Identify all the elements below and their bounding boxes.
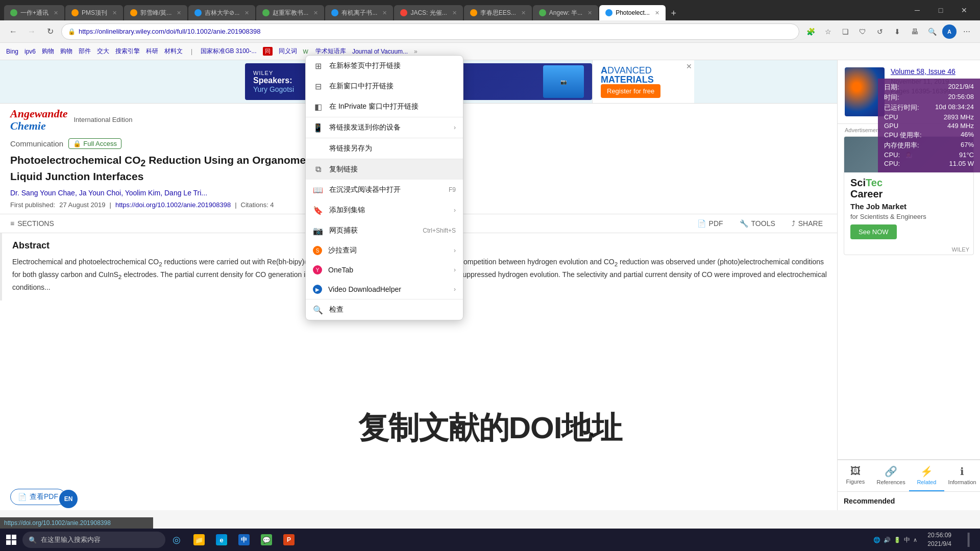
ctx-onetab[interactable]: Y OneTab › xyxy=(306,260,463,280)
start-button[interactable] xyxy=(0,529,22,551)
new-tab-button[interactable]: + xyxy=(667,6,681,20)
doi-link[interactable]: https://doi.org/10.1002/anie.201908398 xyxy=(115,201,231,209)
tab-1[interactable]: 一作+通讯 ✕ xyxy=(4,5,64,20)
tab-3[interactable]: 郭雪峰/莫... ✕ xyxy=(124,5,187,20)
bookmark-tongyi[interactable]: 同义词 xyxy=(279,47,297,56)
tab-9-close[interactable]: ✕ xyxy=(587,10,592,16)
taskbar-powerpoint[interactable]: P xyxy=(278,529,300,551)
taskbar-cortana[interactable]: ◎ xyxy=(165,529,188,551)
tab-6[interactable]: 有机离子书... ✕ xyxy=(325,5,393,20)
bookmark-material[interactable]: 材料文 xyxy=(164,47,183,56)
taskbar-network-icon[interactable]: 🌐 xyxy=(873,537,880,543)
extensions-icon[interactable]: 🧩 xyxy=(803,24,818,39)
taskbar-edge[interactable]: e xyxy=(210,529,233,551)
bookmark-phrase[interactable]: 学术短语库 xyxy=(315,47,346,56)
taskbar-file-explorer[interactable]: 📁 xyxy=(188,529,210,551)
pdf-button[interactable]: 📄 PDF xyxy=(693,217,727,230)
taskbar-more-icon[interactable]: ∧ xyxy=(913,537,917,543)
bookmark-ipv6[interactable]: ipv6 xyxy=(24,48,36,55)
register-free-button[interactable]: Register for free xyxy=(601,84,660,98)
tab-7[interactable]: JACS: 光催... ✕ xyxy=(394,5,462,20)
tab-7-close[interactable]: ✕ xyxy=(452,10,457,16)
ctx-send-device[interactable]: 📱 将链接发送到你的设备 › xyxy=(306,117,463,138)
tab-8-close[interactable]: ✕ xyxy=(521,10,526,16)
tab-3-close[interactable]: ✕ xyxy=(177,10,181,16)
tab-figures[interactable]: 🖼 Figures xyxy=(838,460,873,491)
refresh-page-icon[interactable]: ↺ xyxy=(873,24,887,39)
title-bar: 一作+通讯 ✕ PMS顶刊 ✕ 郭雪峰/莫... ✕ 吉林大学⊘... ✕ xyxy=(0,0,980,20)
bookmark-journal-vacuum[interactable]: Journal of Vacuum... xyxy=(352,48,408,55)
taskbar-battery-icon[interactable]: 🔋 xyxy=(894,537,901,543)
see-now-button[interactable]: See NOW xyxy=(850,224,897,239)
ctx-save-link[interactable]: 将链接另存为 xyxy=(306,138,463,159)
related-icon: ⚡ xyxy=(920,465,933,478)
bookmark-search-engine[interactable]: 搜索引擎 xyxy=(115,47,140,56)
ad-speaker-photo: 📷 xyxy=(543,65,584,98)
address-bar[interactable]: 🔒 https://onlinelibrary.wiley.com/doi/fu… xyxy=(61,23,799,40)
tab-4-close[interactable]: ✕ xyxy=(244,10,249,16)
print-icon[interactable]: 🖶 xyxy=(908,24,922,39)
tab-1-close[interactable]: ✕ xyxy=(54,10,58,16)
bookmark-parts[interactable]: 部件 xyxy=(79,47,91,56)
sections-button[interactable]: ≡ SECTIONS xyxy=(10,219,54,228)
tab-6-close[interactable]: ✕ xyxy=(382,10,387,16)
tab-5[interactable]: 赵重军教书... ✕ xyxy=(256,5,324,20)
window-controls: ─ □ ✕ xyxy=(905,2,976,18)
ctx-open-inprivate[interactable]: ◧ 在 InPrivate 窗口中打开链接 xyxy=(306,96,463,117)
view-pdf-button[interactable]: 📄 查看PDF xyxy=(10,489,66,505)
ctx-inspect[interactable]: 🔍 检查 xyxy=(306,299,463,320)
settings-icon[interactable]: ⋯ xyxy=(960,24,974,39)
close-button[interactable]: ✕ xyxy=(952,2,976,18)
collections-icon[interactable]: ❏ xyxy=(838,24,852,39)
ctx-open-new-window[interactable]: ⊟ 在新窗口中打开链接 xyxy=(306,76,463,96)
browser-essentials-icon[interactable]: 🛡 xyxy=(855,24,870,39)
show-desktop-button[interactable] xyxy=(958,529,980,551)
sys-date-row: 日期: 2021/9/4 xyxy=(884,83,974,92)
language-badge[interactable]: EN xyxy=(59,490,78,508)
downloads-icon[interactable]: ⬇ xyxy=(890,24,904,39)
tab-related[interactable]: ⚡ Related xyxy=(909,460,945,491)
zoom-icon[interactable]: 🔍 xyxy=(925,24,939,39)
bookmark-keyan[interactable]: 科研 xyxy=(146,47,158,56)
ctx-add-collections[interactable]: 🔖 添加到集锦 › xyxy=(306,200,463,220)
maximize-button[interactable]: □ xyxy=(929,2,952,18)
share-button[interactable]: ⤴ SHARE xyxy=(788,217,827,230)
tab-2-close[interactable]: ✕ xyxy=(112,10,117,16)
bookmark-jiaoda[interactable]: 交大 xyxy=(97,47,109,56)
tab-9[interactable]: Angew: 半... ✕ xyxy=(533,5,598,20)
bookmarks-more[interactable]: » xyxy=(414,48,418,55)
bookmark-gb-standard[interactable]: 国家标准GB 3100-... xyxy=(201,47,256,56)
bookmark-bing[interactable]: Bing xyxy=(6,48,18,55)
tab-information[interactable]: ℹ Information xyxy=(944,460,980,491)
tab-5-close[interactable]: ✕ xyxy=(313,10,318,16)
tab-references[interactable]: 🔗 References xyxy=(873,460,909,491)
profile-icon[interactable]: A xyxy=(942,24,957,39)
taskbar-clock[interactable]: 20:56:09 2021/9/4 xyxy=(921,531,958,548)
tab-10[interactable]: Photoelect... ✕ xyxy=(599,5,666,20)
minimize-button[interactable]: ─ xyxy=(905,2,929,18)
taskbar-ime-indicator[interactable]: 中 xyxy=(904,536,910,544)
back-button[interactable]: ← xyxy=(6,24,20,39)
taskbar-wechat[interactable]: 💬 xyxy=(255,529,278,551)
favorites-icon[interactable]: ☆ xyxy=(821,24,835,39)
ctx-video-downloader[interactable]: ▶ Video DownloadHelper › xyxy=(306,280,463,299)
adv-mat-close-button[interactable]: ✕ xyxy=(686,62,692,70)
ctx-capture[interactable]: 📷 网页捕获 Ctrl+Shift+S xyxy=(306,220,463,241)
tab-2[interactable]: PMS顶刊 ✕ xyxy=(65,5,123,20)
tools-button[interactable]: 🔧 TOOLS xyxy=(736,217,779,230)
reload-button[interactable]: ↻ xyxy=(43,24,57,39)
bookmark-shopping2[interactable]: 购物 xyxy=(60,47,72,56)
taskbar-volume-icon[interactable]: 🔊 xyxy=(884,537,891,543)
issue-volume-link[interactable]: Volume 58, Issue 46 xyxy=(891,67,955,76)
ctx-open-new-tab[interactable]: ⊞ 在新标签页中打开链接 xyxy=(306,56,463,76)
taskbar-ime-cn[interactable]: 中 xyxy=(233,529,255,551)
ctx-copy-link[interactable]: ⧉ 复制链接 xyxy=(306,159,463,180)
bookmark-shopping[interactable]: 购物 xyxy=(42,47,54,56)
forward-button[interactable]: → xyxy=(24,24,39,39)
tab-8[interactable]: 李春思EES... ✕ xyxy=(464,5,532,20)
taskbar-search[interactable]: 🔍 在这里输入搜索内容 xyxy=(22,532,165,548)
ctx-immersive-reader[interactable]: 📖 在沉浸式阅读器中打开 F9 xyxy=(306,180,463,200)
tab-4[interactable]: 吉林大学⊘... ✕ xyxy=(188,5,255,20)
ctx-shala[interactable]: S 沙拉查词 › xyxy=(306,241,463,260)
tab-10-close[interactable]: ✕ xyxy=(655,10,659,16)
